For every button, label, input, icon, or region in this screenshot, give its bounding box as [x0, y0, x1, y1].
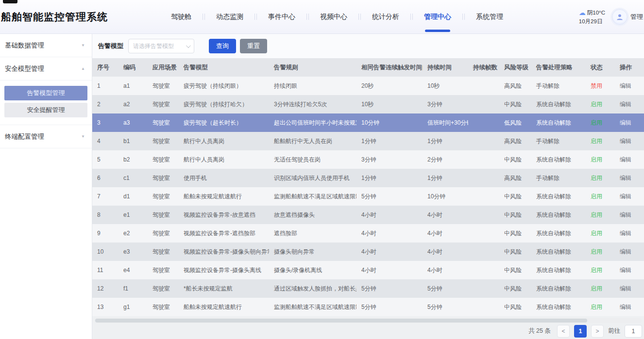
table-cell: 航行中人员离岗 — [179, 156, 269, 164]
edit-link[interactable]: 编辑 — [615, 285, 644, 293]
edit-link[interactable]: 编辑 — [615, 248, 644, 256]
edit-link[interactable]: 编辑 — [615, 100, 644, 109]
page-1-button[interactable]: 1 — [574, 325, 587, 338]
edit-link[interactable]: 编辑 — [615, 193, 644, 201]
scrollbar-thumb[interactable] — [95, 319, 587, 323]
table-cell: 系统自动解除 — [531, 193, 586, 201]
nav-item-1[interactable]: 驾驶舱 — [160, 0, 202, 33]
pagination: 共 25 条 < 1 > 前往 — [92, 323, 644, 339]
table-cell: f1 — [119, 285, 148, 292]
edit-link[interactable]: 编辑 — [615, 137, 644, 145]
user-avatar-icon[interactable] — [612, 9, 627, 25]
table-row[interactable]: 5b2驾驶室航行中人员离岗无适任驾驶员在岗3分钟2分钟中风险系统自动解除启用编辑 — [92, 150, 644, 169]
table-cell: 13 — [92, 304, 119, 310]
table-cell: 1 — [92, 82, 119, 89]
column-header: 序号 — [92, 64, 119, 72]
status-badge: 启用 — [586, 119, 615, 127]
page: 船舶智能监控管理系统 驾驶舱动态监测事件中心视频中心统计分析管理中心系统管理 ☁… — [0, 0, 644, 339]
alarm-model-select[interactable]: 请选择告警模型 — [128, 39, 194, 53]
column-header: 应用场景 — [148, 64, 179, 72]
sidebar-group-2[interactable]: 安全模型管理▲ — [0, 57, 92, 81]
edit-link[interactable]: 编辑 — [615, 82, 644, 90]
nav-item-6[interactable]: 管理中心 — [413, 0, 462, 33]
table-cell: 系统自动解除 — [531, 285, 586, 293]
reset-button[interactable]: 重置 — [240, 39, 267, 53]
table-cell: 驾驶室 — [148, 285, 179, 293]
sidebar-group-1[interactable]: 基础数据管理▼ — [0, 34, 92, 57]
table-cell: 20秒 — [356, 82, 423, 90]
status-badge: 启用 — [586, 193, 615, 201]
table-row[interactable]: 6c1驾驶室使用手机识别区域内值班人员使用手机1分钟1分钟高风险手动解除启用编辑 — [92, 169, 644, 187]
table-cell: 摄像头/录像机离线 — [269, 266, 356, 274]
table-cell: e2 — [119, 230, 148, 237]
edit-link[interactable]: 编辑 — [615, 174, 644, 182]
table-cell: 中风险 — [499, 100, 531, 109]
table-cell: b1 — [119, 138, 148, 145]
table-row[interactable]: 3a3驾驶室疲劳驾驶（超长时长）超出公司值班时间半小时未按规定交接10分钟值班时… — [92, 113, 644, 132]
table-row[interactable]: 9e2驾驶室视频监控设备异常-遮挡脸部遮挡脸部4小时4小时中风险系统自动解除启用… — [92, 224, 644, 242]
edit-link[interactable]: 编辑 — [615, 229, 644, 238]
table-cell: 系统自动解除 — [531, 119, 586, 127]
table-row[interactable]: 13g1驾驶室船舶未按规定航速航行监测船舶航速不满足区域航速限制规定5分钟5分钟… — [92, 298, 644, 316]
table-cell: 5分钟 — [423, 303, 468, 311]
table-cell: 使用手机 — [179, 174, 269, 182]
table-cell: 船舶未按规定航速航行 — [179, 193, 269, 201]
nav-item-7[interactable]: 系统管理 — [465, 0, 514, 33]
edit-link[interactable]: 编辑 — [615, 211, 644, 219]
table-cell: *船长未按规定监航 — [179, 285, 269, 293]
nav-item-2[interactable]: 动态监测 — [205, 0, 254, 33]
next-page-button[interactable]: > — [591, 325, 604, 338]
table-cell: 视频监控设备异常-故意遮挡 — [179, 211, 269, 219]
status-badge: 启用 — [586, 303, 615, 311]
table-cell: e3 — [119, 248, 148, 255]
table-row[interactable]: 2a2驾驶室疲劳驾驶（持续打哈欠）3分钟连续打哈欠5次10秒3分钟中风险系统自动… — [92, 95, 644, 113]
table-row[interactable]: 4b1驾驶室航行中人员离岗船舶航行中无人员在岗1分钟1分钟高风险手动解除启用编辑 — [92, 132, 644, 150]
table-cell: a3 — [119, 119, 148, 126]
status-badge: 启用 — [586, 100, 615, 109]
status-badge: 启用 — [586, 174, 615, 182]
table-cell: 驾驶室 — [148, 229, 179, 238]
table-row[interactable]: 11e4驾驶室视频监控设备异常-摄像头离线摄像头/录像机离线4小时4小时中风险系… — [92, 261, 644, 279]
status-badge: 启用 — [586, 248, 615, 256]
table-cell: 识别区域内值班人员使用手机 — [269, 174, 356, 182]
nav-item-4[interactable]: 视频中心 — [309, 0, 358, 33]
table-row[interactable]: 10e3驾驶室视频监控设备异常-摄像头朝向异常摄像头朝向异常4小时4小时中风险系… — [92, 242, 644, 261]
goto-page-input[interactable] — [625, 325, 642, 338]
table-cell: 摄像头朝向异常 — [269, 248, 356, 256]
table-cell: 值班时间+30分钟 — [423, 119, 468, 127]
column-header: 状态 — [586, 64, 615, 72]
table-cell: 4小时 — [356, 266, 423, 274]
table-cell: 系统自动解除 — [531, 229, 586, 238]
table-row[interactable]: 8e1驾驶室视频监控设备异常-故意遮挡故意遮挡摄像头4小时4小时中风险系统自动解… — [92, 206, 644, 224]
search-button[interactable]: 查询 — [209, 39, 236, 53]
table-cell: 10 — [92, 248, 119, 255]
table-row[interactable]: 12f1驾驶室*船长未按规定监航通过区域触发人脸抓拍，对船长身份...5分钟5分… — [92, 279, 644, 298]
table-row[interactable]: 1a1驾驶室疲劳驾驶（持续闭眼）持续闭眼20秒10秒高风险手动解除禁用编辑 — [92, 77, 644, 95]
table-cell: 遮挡脸部 — [269, 229, 356, 238]
edit-link[interactable]: 编辑 — [615, 156, 644, 164]
column-header: 持续帧数 — [468, 64, 499, 72]
table-cell: 系统自动解除 — [531, 303, 586, 311]
table-row[interactable]: 7d1驾驶室船舶未按规定航速航行监测船舶航速不满足区域航速限制规定5分钟10分钟… — [92, 187, 644, 206]
edit-link[interactable]: 编辑 — [615, 119, 644, 127]
table-cell: 高风险 — [499, 137, 531, 145]
edit-link[interactable]: 编辑 — [615, 303, 644, 311]
table-cell: 航行中人员离岗 — [179, 137, 269, 145]
horizontal-scrollbar[interactable] — [95, 318, 642, 323]
table-cell: 驾驶室 — [148, 303, 179, 311]
filter-label: 告警模型 — [98, 42, 123, 50]
sidebar-group-3[interactable]: 终端配置管理▼ — [0, 125, 92, 148]
prev-page-button[interactable]: < — [557, 325, 570, 338]
nav-item-3[interactable]: 事件中心 — [257, 0, 306, 33]
table-cell: 4小时 — [356, 229, 423, 238]
edit-link[interactable]: 编辑 — [615, 266, 644, 274]
table-cell: 疲劳驾驶（持续闭眼） — [179, 82, 269, 90]
table-cell: 系统自动解除 — [531, 266, 586, 274]
sidebar-item-2[interactable]: 安全提醒管理 — [4, 103, 87, 117]
column-header: 相同告警连续触发时间间隔 — [356, 64, 423, 72]
table-cell: 疲劳驾驶（超长时长） — [179, 119, 269, 127]
table-cell: 驾驶室 — [148, 266, 179, 274]
nav-item-5[interactable]: 统计分析 — [361, 0, 410, 33]
user-name[interactable]: 管理 — [630, 13, 643, 21]
sidebar-item-1[interactable]: 告警模型管理 — [4, 86, 87, 100]
